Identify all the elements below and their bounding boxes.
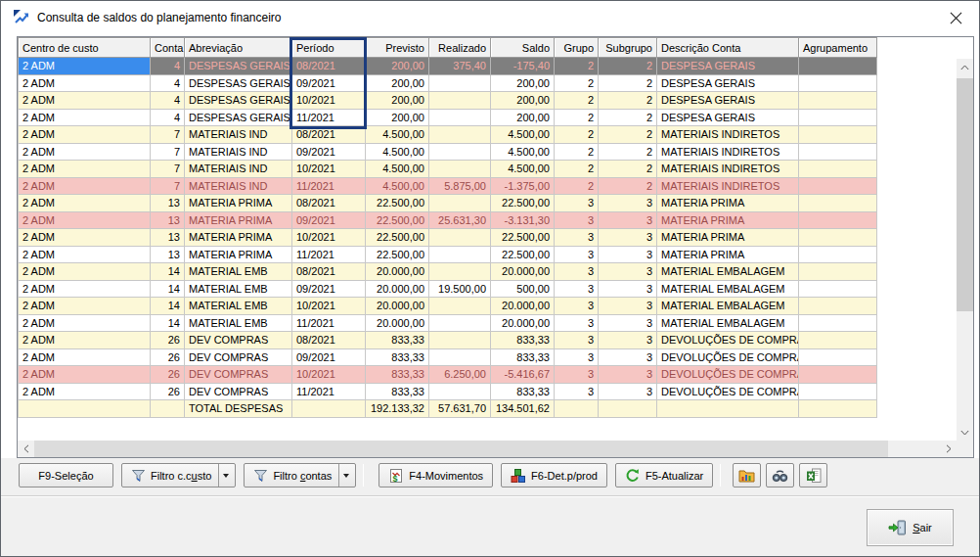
cell-centro-de-custo[interactable]: 2 ADM: [19, 229, 151, 247]
cell-realizado[interactable]: 57.631,70: [429, 400, 491, 418]
cell-centro-de-custo[interactable]: 2 ADM: [19, 298, 151, 315]
cell-abreviacao[interactable]: DEV COMPRAS: [185, 332, 292, 349]
cell-periodo[interactable]: 09/2021: [292, 74, 366, 92]
cell-conta[interactable]: 14: [151, 298, 185, 315]
cell-periodo[interactable]: [292, 400, 366, 418]
table-row[interactable]: 2 ADM4DESPESAS GERAIS10/2021200,00200,00…: [19, 92, 877, 110]
cell-subgrupo[interactable]: 2: [599, 92, 657, 110]
cell-periodo[interactable]: 09/2021: [292, 280, 366, 298]
cell-grupo[interactable]: 3: [555, 298, 599, 315]
cell-conta[interactable]: 13: [151, 195, 185, 212]
cell-previsto[interactable]: 833,33: [366, 348, 429, 366]
cell-realizado[interactable]: 6.250,00: [429, 366, 491, 384]
cell-realizado[interactable]: [429, 161, 491, 178]
horizontal-scrollbar[interactable]: [18, 441, 957, 457]
cell-agrupamento[interactable]: [799, 74, 877, 92]
cell-periodo[interactable]: 09/2021: [292, 348, 366, 366]
cell-grupo[interactable]: 3: [555, 332, 599, 349]
cell-agrupamento[interactable]: [799, 298, 877, 315]
cell-saldo[interactable]: 200,00: [491, 74, 555, 92]
cell-centro-de-custo[interactable]: 2 ADM: [19, 74, 151, 92]
table-row[interactable]: 2 ADM14MATERIAL EMB08/202120.000,0020.00…: [19, 263, 877, 281]
cell-realizado[interactable]: [429, 263, 491, 281]
cell-conta[interactable]: 14: [151, 314, 185, 332]
cell-descricao-conta[interactable]: MATERIA PRIMA: [657, 229, 799, 247]
cell-descricao-conta[interactable]: DEVOLUÇÕES DE COMPRAS: [657, 366, 799, 384]
cell-conta[interactable]: 4: [151, 58, 185, 75]
column-header-saldo[interactable]: Saldo: [491, 38, 555, 58]
cell-realizado[interactable]: 5.875,00: [429, 177, 491, 195]
cell-abreviacao[interactable]: DESPESAS GERAIS: [185, 92, 292, 110]
cell-descricao-conta[interactable]: DESPESA GERAIS: [657, 58, 799, 75]
cell-agrupamento[interactable]: [799, 143, 877, 161]
cell-abreviacao[interactable]: DEV COMPRAS: [185, 366, 292, 384]
cell-agrupamento[interactable]: [799, 58, 877, 75]
table-row[interactable]: 2 ADM14MATERIAL EMB09/202120.000,0019.50…: [19, 280, 877, 298]
cell-saldo[interactable]: 20.000,00: [491, 298, 555, 315]
cell-conta[interactable]: 26: [151, 332, 185, 349]
cell-abreviacao[interactable]: DESPESAS GERAIS: [185, 109, 292, 126]
cell-conta[interactable]: 7: [151, 143, 185, 161]
cell-periodo[interactable]: 10/2021: [292, 92, 366, 110]
table-row[interactable]: 2 ADM14MATERIAL EMB10/202120.000,0020.00…: [19, 298, 877, 315]
cell-conta[interactable]: 14: [151, 263, 185, 281]
cell-saldo[interactable]: -175,40: [491, 58, 555, 75]
cell-previsto[interactable]: 833,33: [366, 332, 429, 349]
cell-subgrupo[interactable]: 3: [599, 246, 657, 263]
cell-previsto[interactable]: 833,33: [366, 383, 429, 400]
cell-subgrupo[interactable]: 3: [599, 366, 657, 384]
cell-grupo[interactable]: 2: [555, 109, 599, 126]
cell-saldo[interactable]: 833,33: [491, 332, 555, 349]
cell-subgrupo[interactable]: 3: [599, 195, 657, 212]
cell-conta[interactable]: [151, 400, 185, 418]
cell-abreviacao[interactable]: MATERIAL EMB: [185, 314, 292, 332]
cell-agrupamento[interactable]: [799, 246, 877, 263]
cell-realizado[interactable]: [429, 143, 491, 161]
filtro-contas-dropdown[interactable]: [338, 464, 346, 487]
cell-previsto[interactable]: 20.000,00: [366, 280, 429, 298]
cell-abreviacao[interactable]: MATERIA PRIMA: [185, 246, 292, 263]
relatorio-button[interactable]: [733, 463, 761, 487]
scroll-left-icon[interactable]: [18, 441, 34, 457]
cell-abreviacao[interactable]: DESPESAS GERAIS: [185, 74, 292, 92]
cell-centro-de-custo[interactable]: 2 ADM: [19, 177, 151, 195]
column-header-agrupamento[interactable]: Agrupamento: [799, 38, 877, 58]
table-row[interactable]: 2 ADM13MATERIA PRIMA11/202122.500,0022.5…: [19, 246, 877, 263]
table-row[interactable]: 2 ADM14MATERIAL EMB11/202120.000,0020.00…: [19, 314, 877, 332]
cell-conta[interactable]: 4: [151, 109, 185, 126]
cell-previsto[interactable]: 22.500,00: [366, 211, 429, 229]
cell-descricao-conta[interactable]: DESPESA GERAIS: [657, 109, 799, 126]
cell-periodo[interactable]: 08/2021: [292, 332, 366, 349]
cell-previsto[interactable]: 200,00: [366, 58, 429, 75]
cell-conta[interactable]: 26: [151, 348, 185, 366]
cell-centro-de-custo[interactable]: 2 ADM: [19, 109, 151, 126]
cell-grupo[interactable]: 3: [555, 229, 599, 247]
cell-grupo[interactable]: 2: [555, 143, 599, 161]
table-row[interactable]: 2 ADM4DESPESAS GERAIS11/2021200,00200,00…: [19, 109, 877, 126]
cell-saldo[interactable]: 20.000,00: [491, 314, 555, 332]
cell-agrupamento[interactable]: [799, 400, 877, 418]
cell-subgrupo[interactable]: 2: [599, 161, 657, 178]
table-row[interactable]: 2 ADM26DEV COMPRAS09/2021833,33833,3333D…: [19, 348, 877, 366]
cell-agrupamento[interactable]: [799, 195, 877, 212]
sair-button[interactable]: Sair: [867, 509, 954, 546]
cell-subgrupo[interactable]: 3: [599, 383, 657, 400]
close-button[interactable]: [940, 5, 971, 30]
cell-realizado[interactable]: [429, 298, 491, 315]
cell-previsto[interactable]: 22.500,00: [366, 229, 429, 247]
column-header-realizado[interactable]: Realizado: [429, 38, 491, 58]
cell-previsto[interactable]: 4.500,00: [366, 177, 429, 195]
f5-atualizar-button[interactable]: F5-Atualizar: [615, 463, 713, 487]
cell-descricao-conta[interactable]: DEVOLUÇÕES DE COMPRAS: [657, 383, 799, 400]
cell-agrupamento[interactable]: [799, 229, 877, 247]
cell-abreviacao[interactable]: MATERIA PRIMA: [185, 229, 292, 247]
table-row[interactable]: 2 ADM13MATERIA PRIMA08/202122.500,0022.5…: [19, 195, 877, 212]
cell-saldo[interactable]: 500,00: [491, 280, 555, 298]
cell-centro-de-custo[interactable]: 2 ADM: [19, 126, 151, 144]
cell-descricao-conta[interactable]: DESPESA GERAIS: [657, 74, 799, 92]
cell-periodo[interactable]: 10/2021: [292, 366, 366, 384]
cell-subgrupo[interactable]: 3: [599, 229, 657, 247]
cell-periodo[interactable]: 11/2021: [292, 246, 366, 263]
cell-conta[interactable]: 7: [151, 126, 185, 144]
cell-agrupamento[interactable]: [799, 263, 877, 281]
